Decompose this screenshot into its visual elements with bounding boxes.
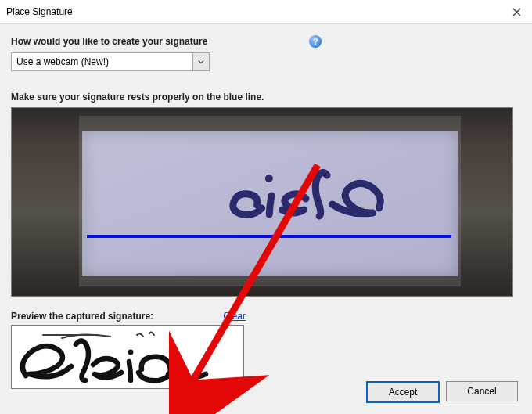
preview-label-row: Preview the captured signature: Clear [11, 311, 246, 322]
preview-box [11, 325, 244, 389]
dialog-buttons: Accept Cancel [366, 381, 518, 403]
titlebar: Place Signature [0, 0, 532, 24]
chevron-down-icon [198, 59, 204, 65]
svg-point-0 [265, 175, 273, 182]
help-icon[interactable]: ? [309, 35, 322, 48]
clear-link[interactable]: Clear [223, 311, 246, 322]
method-select[interactable]: Use a webcam (New!) [11, 52, 210, 71]
webcam-blue-line [87, 235, 451, 238]
webcam-capture-area[interactable] [11, 107, 513, 297]
accept-button[interactable]: Accept [366, 381, 440, 403]
method-select-button[interactable] [192, 53, 209, 70]
dialog-content: How would you like to create your signat… [0, 24, 532, 389]
method-prompt-row: How would you like to create your signat… [11, 35, 521, 48]
cancel-button[interactable]: Cancel [446, 381, 518, 401]
method-select-value: Use a webcam (New!) [12, 56, 192, 67]
preview-label: Preview the captured signature: [11, 311, 153, 322]
webcam-instruction: Make sure your signature rests properly … [11, 92, 521, 103]
close-button[interactable] [501, 0, 532, 23]
webcam-signature [182, 161, 388, 234]
svg-point-1 [128, 350, 134, 355]
method-prompt-label: How would you like to create your signat… [11, 36, 207, 47]
window-title: Place Signature [6, 6, 73, 17]
preview-signature [12, 326, 243, 388]
close-icon [512, 8, 521, 16]
